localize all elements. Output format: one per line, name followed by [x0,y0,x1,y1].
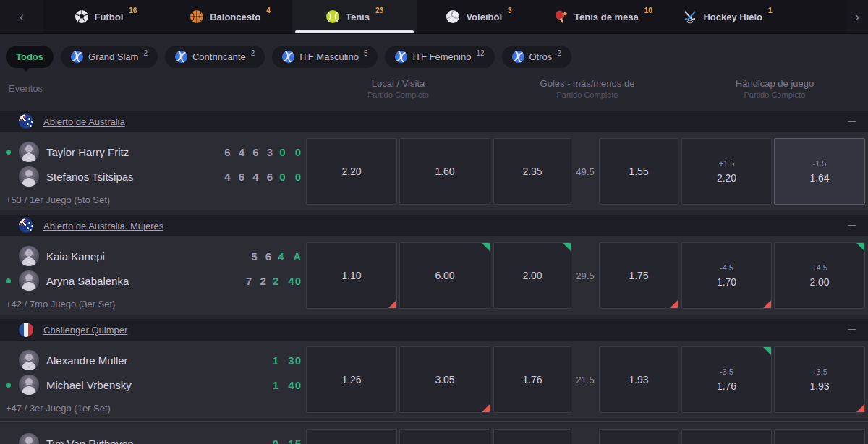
odds-handicap-away-button[interactable]: +3.51.93 [774,346,865,413]
filter-count: 2 [251,49,255,57]
betting-app: ‹ Fútbol 16 Baloncesto 4 Tenis 23 Voleib… [0,0,868,444]
live-score: 4 A [278,250,302,262]
odds-handicap-away-button[interactable]: +4.52.00 [774,242,865,309]
player-row: Stefanos Tsitsipas 4 6 4 60 0 [0,166,302,187]
odds-value: 2.35 [522,166,542,177]
filter-grand-slam[interactable]: Grand Slam 2 [61,46,158,68]
odds-row: 1.10 6.00 2.00 29.5 1.75 -4.51.70 +4.52.… [306,242,865,309]
filter-label: ITF Masculino [299,51,359,62]
filter-label: Otros [529,51,553,62]
column-title: Goles - más/menos de [493,78,681,89]
odds-away-button[interactable]: 6.00 [399,242,490,309]
odds-row: 2.20 1.60 2.35 49.5 1.55 +1.52.20 -1.51.… [306,137,865,205]
total-line-label: 21.5 [571,375,599,385]
odds-handicap-away-button[interactable]: -1.51.64 [774,138,865,205]
set-scores: 7 2 [246,275,267,287]
handicap-line: -1.5 [813,159,827,168]
tab-tenis[interactable]: Tenis 23 [292,0,417,33]
odds-home-button[interactable]: 1.26 [306,346,397,413]
france-flag-icon [19,323,33,337]
tournament-link[interactable]: Abierto de Australia. Mujeres [43,221,163,231]
serving-indicator [6,278,11,283]
odds-value: 2.00 [809,276,829,288]
match-info[interactable]: Tim Van Rijthoven 0 15 [0,429,306,444]
match-status[interactable]: +53 / 1er Juego (5to Set) [0,190,302,205]
player-score: 6 4 6 30 0 [224,146,302,158]
match-status[interactable]: +47 / 3er Juego (1er Set) [0,398,302,414]
odds-handicap-home-button[interactable]: -3.51.76 [681,346,772,413]
odds-handicap-home-button[interactable] [681,429,772,444]
odds-home-button[interactable]: 2.20 [306,138,397,205]
tournament-header: Abierto de Australia. Mujeres [0,215,868,236]
hockey-sticks-icon [683,9,697,24]
filter-count: 5 [364,49,368,57]
odds-value: 1.93 [629,374,648,385]
tab-tenis-de-mesa[interactable]: Tenis de mesa 10 [541,0,665,33]
odds-over-button[interactable]: 2.35 [493,138,571,205]
odds-handicap-home-button[interactable]: -4.51.70 [681,242,772,309]
tennis-ball-blue-icon [395,51,407,63]
odds-under-button[interactable] [599,429,678,444]
tournament-link[interactable]: Abierto de Australia [43,116,125,127]
tab-label: Hockey Hielo [703,12,762,22]
player-name: Kaia Kanepi [46,250,105,262]
filter-contrincante[interactable]: Contrincante 2 [165,46,265,68]
odds-value: 1.70 [717,276,736,288]
odds-over-button[interactable]: 1.76 [493,346,571,413]
odds-under-button[interactable]: 1.55 [599,138,678,205]
collapse-button[interactable] [846,324,858,336]
odds-value: 2.00 [522,270,542,281]
filter-otros[interactable]: Otros 2 [502,46,571,68]
tournament-link[interactable]: Challenger Quimper [43,325,127,336]
table-tennis-icon [554,9,569,24]
match-row: Alexandre Muller 1 30 Michael Vrbensky 1… [0,341,868,419]
volleyball-icon [446,9,460,24]
scroll-right-button[interactable]: › [846,0,868,33]
match-info[interactable]: Kaia Kanepi 5 64 A Aryna Sabalenka 7 22 … [0,242,306,309]
tab-voleibol[interactable]: Voleiból 3 [417,0,541,33]
total-line-label: 29.5 [571,270,599,281]
column-subtitle: Partido Completo [493,90,681,99]
filter-itf-masculino[interactable]: ITF Masculino 5 [272,46,378,68]
player-row: Aryna Sabalenka 7 22 40 [0,270,302,291]
odds-handicap-away-button[interactable] [774,429,865,444]
odds-under-button[interactable]: 1.93 [599,346,678,413]
filter-itf-femenino[interactable]: ITF Femenino 12 [385,46,494,68]
set-scores: 6 4 6 3 [224,146,273,158]
odds-over-button[interactable]: 2.00 [493,242,571,309]
match-info[interactable]: Alexandre Muller 1 30 Michael Vrbensky 1… [0,346,306,414]
match-info[interactable]: Taylor Harry Fritz 6 4 6 30 0 Stefanos T… [0,137,306,205]
collapse-button[interactable] [846,220,858,231]
match-status[interactable]: +42 / 7mo Juego (3er Set) [0,294,302,309]
tab-label: Tenis [346,12,370,22]
tennis-ball-blue-icon [282,51,294,63]
serving-indicator [6,150,11,155]
player-name: Taylor Harry Fritz [46,146,129,158]
live-score: 0 15 [273,437,302,444]
odds-home-button[interactable]: 1.10 [306,242,397,309]
tab-count-badge: 10 [644,7,652,14]
chevron-left-icon: ‹ [20,9,24,25]
filter-todos[interactable]: Todos [6,46,54,68]
tennis-ball-icon [326,9,340,24]
odds-value: 1.26 [341,374,361,385]
odds-away-button[interactable]: 3.05 [399,346,490,413]
collapse-button[interactable] [846,116,858,127]
tab-futbol[interactable]: Fútbol 16 [43,0,168,33]
tab-hockey-hielo[interactable]: Hockey Hielo 1 [665,0,790,33]
odds-away-button[interactable]: 1.60 [399,138,490,205]
odds-home-button[interactable] [306,429,397,444]
odds-under-button[interactable]: 1.75 [599,242,678,309]
scroll-left-button[interactable]: ‹ [0,0,43,33]
tennis-ball-blue-icon [175,51,187,63]
player-avatar [19,166,39,187]
tab-baloncesto[interactable]: Baloncesto 4 [168,0,292,33]
player-name: Stefanos Tsitsipas [46,171,134,183]
player-name: Aryna Sabalenka [46,275,129,287]
handicap-line: +3.5 [812,367,827,376]
odds-away-button[interactable] [399,429,490,444]
player-score: 7 22 40 [246,275,302,287]
odds-over-button[interactable] [493,429,571,444]
odds-handicap-home-button[interactable]: +1.52.20 [681,138,772,205]
tennis-ball-blue-icon [512,51,524,63]
